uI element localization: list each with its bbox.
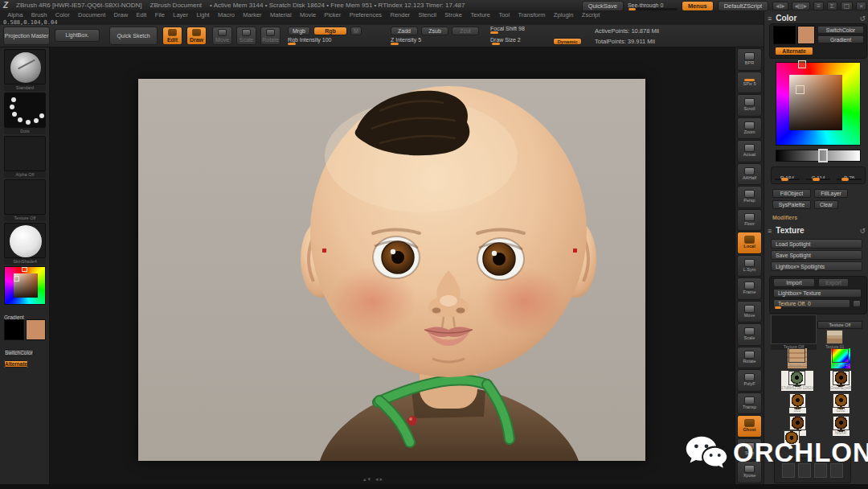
texture-off-handle[interactable] xyxy=(775,306,781,309)
m-button[interactable]: M xyxy=(350,27,362,35)
texture-thumbnail[interactable]: 002 xyxy=(789,393,806,413)
texture-thumbnail[interactable]: 0202 xyxy=(833,393,850,413)
window-control-icon[interactable]: ▢ xyxy=(841,2,854,10)
texture-thumbnail-image[interactable] xyxy=(788,371,805,385)
mrgb-button[interactable]: Mrgb xyxy=(288,27,310,35)
menu-item[interactable]: File xyxy=(151,11,169,18)
menu-item[interactable]: Marker xyxy=(239,11,266,18)
fillobject-button[interactable]: FillObject xyxy=(772,189,811,198)
right-shelf-button[interactable]: BPR xyxy=(737,48,762,71)
color-picker-mini[interactable] xyxy=(4,266,46,305)
menu-item[interactable]: Movie xyxy=(296,11,320,18)
zadd-button[interactable]: Zadd xyxy=(391,27,418,35)
edit-button[interactable]: Edit xyxy=(162,27,182,45)
right-shelf-button[interactable]: SPix 5 xyxy=(737,72,762,94)
export-button[interactable]: Export xyxy=(818,278,849,287)
texture-thumbnail[interactable]: Texture 40 xyxy=(831,348,850,368)
sv-selector[interactable] xyxy=(796,85,805,94)
texture-thumbnail-image[interactable] xyxy=(832,348,849,363)
grayscale-handle[interactable] xyxy=(818,149,828,162)
selected-texture-label[interactable]: Texture Off xyxy=(817,321,862,329)
rotate-button[interactable]: Rotate xyxy=(260,27,280,45)
import-button[interactable]: Import xyxy=(773,278,815,287)
saturation-value-square[interactable] xyxy=(789,75,842,130)
menu-item[interactable]: Document xyxy=(74,11,110,18)
texture-thumbnail-image[interactable] xyxy=(826,330,843,344)
reset-icon[interactable]: ↺ xyxy=(859,227,866,235)
texture-thumbnail[interactable]: GreenEyeR xyxy=(830,371,851,391)
texture-thumbnail-image[interactable] xyxy=(789,416,806,430)
texture-thumbnail[interactable]: Texture 01 xyxy=(825,330,844,350)
right-shelf-button[interactable]: Scroll xyxy=(737,94,762,117)
menu-item[interactable]: Tool xyxy=(494,11,514,18)
menu-item[interactable]: Transform xyxy=(514,11,549,18)
right-shelf-button[interactable]: Scale xyxy=(737,323,762,346)
menu-item[interactable]: Preferences xyxy=(345,11,386,18)
right-shelf-button[interactable]: Actual xyxy=(737,140,762,162)
current-brush-selector[interactable]: Standard xyxy=(4,49,46,91)
rgb-intensity-slider[interactable]: Rgb Intensity 100 xyxy=(288,37,383,43)
rgb-button[interactable]: Rgb xyxy=(313,27,347,35)
menu-item[interactable]: Texture xyxy=(466,11,494,18)
zbrush-document[interactable] xyxy=(138,79,645,461)
lightbox-button[interactable]: LightBox. xyxy=(55,29,100,42)
scale-button[interactable]: Scale xyxy=(236,27,256,45)
menu-item[interactable]: Draw xyxy=(109,11,132,18)
default-zscript-button[interactable]: DefaultZScript xyxy=(718,1,769,11)
texture-picker-icon[interactable] xyxy=(853,300,861,307)
hue-selector[interactable] xyxy=(22,267,27,272)
modifiers-label[interactable]: Modifiers xyxy=(772,215,797,220)
quicksave-button[interactable]: QuickSave xyxy=(582,1,624,11)
window-control-icon[interactable]: ◂‖▸ xyxy=(772,2,788,10)
texture-thumbnail[interactable]: 17d8b5218-1262d xyxy=(781,371,814,391)
menu-item[interactable]: Edit xyxy=(132,11,150,18)
g-slider[interactable]: G 114 xyxy=(803,167,834,183)
hamburger-icon[interactable]: ≡ xyxy=(768,14,772,23)
main-color-swatch[interactable] xyxy=(26,319,46,340)
menus-button[interactable]: Menus xyxy=(682,1,714,11)
right-shelf-button[interactable]: Zoom xyxy=(737,117,762,140)
menu-item[interactable]: Zplugin xyxy=(550,11,578,18)
dynamic-button[interactable]: Dynamic xyxy=(553,38,582,45)
menu-item[interactable]: Color xyxy=(51,11,74,18)
canvas-area[interactable]: ▴▾ ◂▸ xyxy=(50,47,735,484)
sv-selector[interactable] xyxy=(14,276,19,281)
current-texture-thumbnail[interactable] xyxy=(771,314,817,344)
focal-shift-handle[interactable] xyxy=(490,31,498,34)
right-shelf-button[interactable]: PolyF xyxy=(737,369,762,392)
hue-square[interactable] xyxy=(776,62,861,146)
menu-item[interactable]: Alpha xyxy=(3,11,27,18)
syspalette-button[interactable]: SysPalette xyxy=(772,200,811,209)
texture-thumbnail-image[interactable] xyxy=(833,371,850,385)
draw-size-handle[interactable] xyxy=(492,43,500,45)
alternate-button-left[interactable]: Alternate xyxy=(4,355,46,369)
menu-item[interactable]: Brush xyxy=(27,11,51,18)
right-shelf-button[interactable]: AAHalf xyxy=(737,163,762,186)
texture-off-slider[interactable]: Texture Off. 0 xyxy=(773,299,850,308)
right-shelf-button[interactable]: Floor xyxy=(737,209,762,232)
grayscale-bar[interactable] xyxy=(776,150,861,162)
draw-size-slider[interactable]: Draw Size 2 xyxy=(490,37,548,43)
menu-item[interactable]: Light xyxy=(192,11,214,18)
menu-item[interactable]: Stroke xyxy=(440,11,466,18)
secondary-color-swatch[interactable] xyxy=(4,319,24,340)
current-alpha-selector[interactable]: Alpha Off xyxy=(4,136,46,178)
menu-item[interactable]: Material xyxy=(266,11,296,18)
texture-thumbnail-image[interactable] xyxy=(788,348,805,363)
window-control-icon[interactable]: ◂▤▸ xyxy=(792,2,811,10)
menu-item[interactable]: Picker xyxy=(320,11,345,18)
secondary-color-swatch[interactable] xyxy=(773,26,796,44)
clear-button[interactable]: Clear xyxy=(814,200,838,209)
see-through-slider[interactable]: See-through 0 xyxy=(628,2,678,10)
right-shelf-button[interactable]: Move xyxy=(737,301,762,323)
right-shelf-button[interactable]: Transp xyxy=(737,392,762,415)
menu-item[interactable]: Render xyxy=(386,11,414,18)
save-spotlight-button[interactable]: Save Spotlight xyxy=(771,250,862,260)
z-intensity-slider[interactable]: Z Intensity 5 xyxy=(391,37,479,43)
current-texture-selector[interactable]: Texture Off xyxy=(4,179,46,221)
texture-thumbnail[interactable]: NNXR xyxy=(833,416,850,436)
right-shelf-button[interactable]: Frame xyxy=(737,277,762,300)
texture-thumbnail[interactable]: Texture 27 xyxy=(788,348,806,368)
move-button[interactable]: Move xyxy=(212,27,232,45)
menu-item[interactable]: Macro xyxy=(214,11,239,18)
